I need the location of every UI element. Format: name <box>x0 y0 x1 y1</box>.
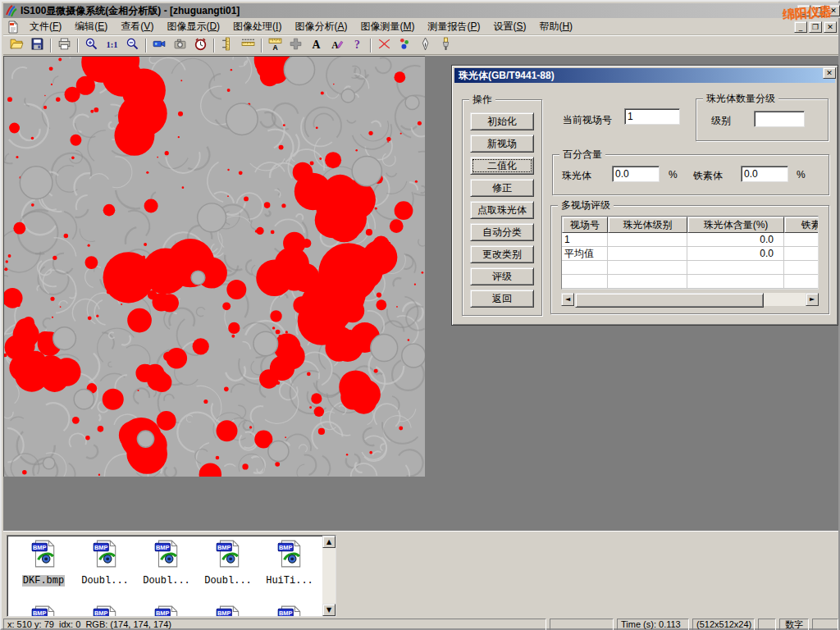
video-camera-button[interactable] <box>149 37 170 54</box>
curve-select-icon <box>377 37 391 54</box>
menu-item-file[interactable]: 文件(F) <box>23 18 68 35</box>
text-label-button[interactable]: A <box>306 37 326 54</box>
file-item-3[interactable]: BMPDoubl... <box>199 539 258 587</box>
grid-cross-button[interactable] <box>285 37 306 54</box>
child-restore-button[interactable]: ❐ <box>809 21 822 33</box>
file-item-1[interactable]: BMPDoubl... <box>75 539 135 587</box>
table-cell-0-2: 0.0 <box>687 233 784 247</box>
file-item-partial-3[interactable]: BMP <box>199 605 258 617</box>
minimize-button[interactable]: _ <box>797 5 810 16</box>
scrollbar-thumb[interactable] <box>575 293 764 308</box>
op-button-7[interactable]: 评级 <box>470 267 534 285</box>
svg-text:BMP: BMP <box>94 544 108 551</box>
op-button-8[interactable]: 返回 <box>470 290 534 308</box>
pen-icon <box>418 37 432 54</box>
table-row-0[interactable]: 10.0 <box>562 233 819 247</box>
print-button[interactable] <box>54 37 75 54</box>
open-icon <box>10 37 24 54</box>
percent-group: 百分含量 珠光体 % 铁素体 % <box>552 154 829 195</box>
camera-icon <box>173 37 187 54</box>
table-row-1[interactable]: 平均值0.0 <box>562 247 819 261</box>
menu-item-settings[interactable]: 设置(S) <box>486 18 532 35</box>
file-list: ▲ ▼ BMPDKF.bmpBMPBMPDoubl...BMPBMPDoubl.… <box>7 535 336 617</box>
table-cell-1-1 <box>608 247 687 261</box>
file-name-text: Doubl... <box>142 575 191 587</box>
table-header-0[interactable]: 视场号 <box>562 217 608 233</box>
table-header-3[interactable]: 铁素体含量(%) <box>784 217 819 233</box>
op-button-3[interactable]: 修正 <box>470 179 534 197</box>
table-header-1[interactable]: 珠光体级别 <box>608 217 687 233</box>
svg-text:BMP: BMP <box>33 544 47 551</box>
app-logo-icon <box>5 4 18 17</box>
menu-item-image-display[interactable]: 图像显示(D) <box>160 18 226 35</box>
svg-text:1:1: 1:1 <box>106 39 117 48</box>
restore-button[interactable]: ❐ <box>812 5 825 16</box>
svg-text:A: A <box>313 38 321 50</box>
scroll-left-button[interactable]: ◄ <box>561 293 574 306</box>
particles-button[interactable] <box>395 37 415 54</box>
file-item-2[interactable]: BMPDoubl... <box>137 539 196 587</box>
op-button-1[interactable]: 新视场 <box>470 135 534 153</box>
title-bar[interactable]: IS100显微摄像系统(金相分析版) - [zhuguangti01] _ ❐ … <box>3 3 840 18</box>
menu-item-edit[interactable]: 编辑(E) <box>68 18 114 35</box>
menu-item-help[interactable]: 帮助(H) <box>532 18 579 35</box>
menu-item-image-processing[interactable]: 图像处理(I) <box>226 18 288 35</box>
table-row-3[interactable] <box>562 275 819 289</box>
file-item-0[interactable]: BMPDKF.bmp <box>14 539 73 587</box>
help-button[interactable]: ? <box>347 37 368 54</box>
file-browser-panel: ▲ ▼ BMPDKF.bmpBMPBMPDoubl...BMPBMPDoubl.… <box>3 531 838 618</box>
file-list-scrollbar[interactable]: ▲ ▼ <box>322 536 336 616</box>
menu-item-image-measure[interactable]: 图像测量(M) <box>354 18 421 35</box>
file-item-partial-2[interactable]: BMP <box>137 605 196 617</box>
grade-input[interactable] <box>754 111 805 127</box>
table-header-2[interactable]: 珠光体含量(%) <box>687 217 784 233</box>
timer-button[interactable] <box>190 37 211 54</box>
brush-button[interactable] <box>436 37 456 54</box>
op-button-0[interactable]: 初始化 <box>470 112 534 130</box>
op-button-2[interactable]: 二值化 <box>470 157 534 175</box>
scroll-up-button[interactable]: ▲ <box>322 536 336 548</box>
scroll-down-button[interactable]: ▼ <box>322 604 336 616</box>
zoom-out-button[interactable] <box>122 37 143 54</box>
table-row-2[interactable] <box>562 261 819 275</box>
pearlite-percent-input[interactable] <box>612 166 660 182</box>
op-button-4[interactable]: 点取珠光体 <box>470 201 534 219</box>
scroll-right-button[interactable]: ► <box>806 293 819 306</box>
camera-button[interactable] <box>170 37 190 54</box>
file-item-partial-0[interactable]: BMP <box>14 605 73 617</box>
file-item-partial-1[interactable]: BMP <box>75 605 135 617</box>
dialog-close-button[interactable]: ✕ <box>823 67 836 79</box>
table-hscrollbar[interactable]: ◄ ► <box>561 293 819 306</box>
dialog-title-bar[interactable]: 珠光体(GB/T9441-88) <box>454 68 835 83</box>
micrograph-image[interactable] <box>3 56 425 477</box>
actual-size-button[interactable]: 1:1 <box>102 37 122 54</box>
calibrate-ruler-button[interactable]: A <box>265 37 285 54</box>
open-button[interactable] <box>7 37 27 54</box>
grade-label: 级别 <box>711 114 731 128</box>
pen-button[interactable] <box>415 37 436 54</box>
close-button[interactable]: ✕ <box>827 5 840 16</box>
bmp-file-icon: BMP <box>75 605 135 617</box>
actual-size-icon: 1:1 <box>105 37 119 54</box>
document-icon[interactable] <box>7 21 20 34</box>
ferrite-percent-input[interactable] <box>741 166 788 182</box>
file-item-partial-4[interactable]: BMP <box>260 605 319 617</box>
video-camera-icon <box>153 37 167 54</box>
curve-select-button[interactable] <box>374 37 395 54</box>
ruler-icon <box>241 37 255 54</box>
menu-item-image-analysis[interactable]: 图像分析(A) <box>288 18 354 35</box>
zoom-in-button[interactable] <box>81 37 102 54</box>
menu-item-view[interactable]: 查看(V) <box>114 18 160 35</box>
file-item-4[interactable]: BMPHuiTi... <box>260 539 319 587</box>
file-name: Doubl... <box>199 572 258 587</box>
caliper-button[interactable] <box>217 37 238 54</box>
save-button[interactable] <box>27 37 48 54</box>
op-button-5[interactable]: 自动分类 <box>470 223 534 241</box>
ruler-button[interactable] <box>238 37 258 54</box>
text-edit-button[interactable]: A <box>326 37 347 54</box>
op-button-6[interactable]: 更改类别 <box>470 245 534 263</box>
child-close-button[interactable]: ✕ <box>824 21 837 33</box>
child-minimize-button[interactable]: _ <box>794 21 807 33</box>
menu-item-measure-report[interactable]: 测量报告(P) <box>421 18 486 35</box>
current-field-input[interactable] <box>624 108 680 125</box>
